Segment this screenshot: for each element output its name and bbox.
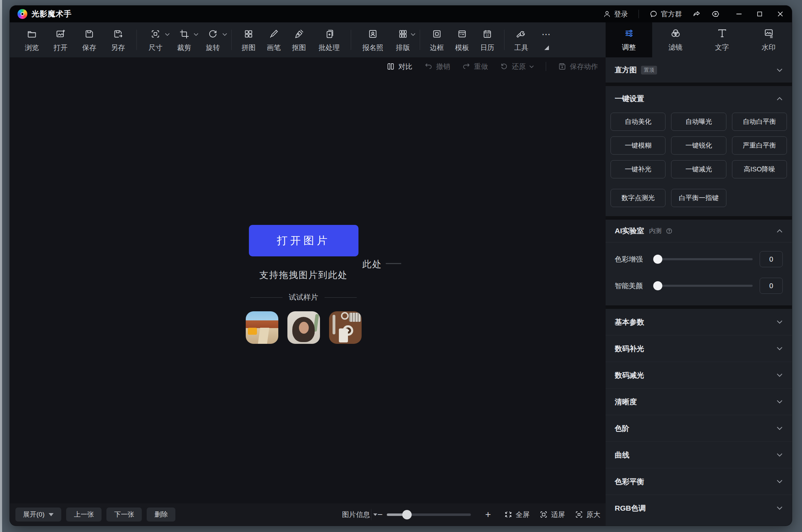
layout-button[interactable]: 排版 [392, 27, 414, 52]
help-circle-icon[interactable] [666, 228, 672, 234]
id-photo-button[interactable]: 报名照 [357, 27, 389, 52]
chevron-up-icon[interactable] [776, 229, 783, 233]
slider-knob[interactable] [653, 281, 662, 290]
dropdown-triangle-icon [373, 513, 377, 516]
section-rgb-tone[interactable]: RGB色调 [606, 495, 792, 521]
border-button[interactable]: 边框 [426, 27, 448, 52]
open-image-button[interactable]: 打开图片 [249, 225, 358, 256]
white-balance-one-key-button[interactable]: 白平衡一指键 [671, 189, 726, 207]
expand-filmstrip-button[interactable]: 展开(0) [15, 508, 61, 522]
tab-adjust[interactable]: 调整 [606, 22, 652, 57]
one-click-blur-button[interactable]: 一键模糊 [611, 136, 665, 155]
share-icon[interactable] [692, 10, 701, 18]
section-clarity[interactable]: 清晰度 [606, 388, 792, 415]
chevron-down-icon[interactable] [194, 33, 198, 36]
restore-button[interactable]: 还原 [500, 62, 534, 71]
brush-label: 画笔 [267, 43, 281, 52]
chevron-down-icon[interactable] [222, 33, 227, 36]
brush-button[interactable]: 画笔 [263, 27, 285, 52]
sample-divider-line [250, 297, 283, 298]
auto-white-balance-button[interactable]: 自动白平衡 [732, 113, 787, 131]
chevron-up-icon[interactable] [776, 97, 783, 101]
section-color-balance[interactable]: 色彩平衡 [606, 468, 792, 495]
zoom-out-button[interactable]: − [377, 503, 383, 526]
compare-button[interactable]: 对比 [386, 62, 412, 71]
delete-image-button[interactable]: 删除 [147, 508, 175, 522]
official-group-button[interactable]: 官方群 [649, 9, 682, 19]
chevron-down-icon[interactable] [165, 33, 170, 36]
one-click-sharpen-button[interactable]: 一键锐化 [671, 136, 726, 155]
color-enhance-value[interactable]: 0 [760, 251, 783, 267]
sample-thumb-portrait[interactable] [287, 311, 320, 344]
image-info-button[interactable]: 图片信息 [342, 503, 378, 526]
template-button[interactable]: 模板 [451, 27, 473, 52]
collage-button[interactable]: 拼图 [237, 27, 260, 52]
tab-filter[interactable]: 滤镜 [652, 22, 699, 57]
sample-thumb-desk[interactable] [329, 311, 362, 344]
resize-button[interactable]: 尺寸 [142, 27, 168, 52]
sample-thumb-canyon[interactable] [246, 311, 278, 344]
close-button[interactable] [776, 10, 784, 18]
sliders-icon [624, 28, 634, 38]
tab-watermark[interactable]: 水印 [745, 22, 792, 57]
slider-knob[interactable] [653, 255, 662, 264]
auto-beautify-button[interactable]: 自动美化 [611, 113, 665, 131]
section-curves[interactable]: 曲线 [606, 441, 792, 468]
frame-icon [432, 29, 442, 39]
more-tools-button[interactable]: ⋯ [535, 27, 558, 50]
severe-white-balance-button[interactable]: 严重白平衡 [732, 136, 787, 155]
one-click-section-header[interactable]: 一键设置 [606, 86, 792, 111]
section-digital-dim-light[interactable]: 数码减光 [606, 362, 792, 388]
compare-icon [386, 62, 395, 71]
high-iso-denoise-button[interactable]: 高ISO降噪 [732, 160, 787, 178]
browse-button[interactable]: 浏览 [19, 27, 45, 52]
undo-button[interactable]: 撤销 [424, 62, 450, 71]
save-button[interactable]: 保存 [76, 27, 102, 52]
zoom-slider[interactable] [387, 513, 471, 516]
batch-button[interactable]: 批处理 [313, 27, 345, 52]
histogram-section-header[interactable]: 直方图 置顶 [606, 57, 792, 83]
one-click-fill-light-button[interactable]: 一键补光 [611, 160, 665, 178]
chevron-down-icon[interactable] [776, 68, 783, 72]
tab-text[interactable]: 文字 [699, 22, 745, 57]
undo-label: 撤销 [436, 62, 450, 71]
chevron-down-icon [776, 400, 783, 404]
save-action-button[interactable]: 保存动作 [558, 62, 598, 71]
smart-beauty-value[interactable]: 0 [760, 278, 783, 294]
next-image-button[interactable]: 下一张 [106, 508, 142, 522]
fit-screen-button[interactable]: 适屏 [539, 510, 565, 519]
section-basic-params[interactable]: 基本参数 [606, 309, 792, 335]
fullscreen-button[interactable]: 全屏 [504, 510, 530, 519]
minimize-button[interactable] [735, 10, 743, 18]
color-enhance-slider[interactable] [653, 258, 753, 260]
original-size-button[interactable]: 原大 [575, 510, 600, 519]
smart-beauty-slider[interactable] [653, 285, 753, 287]
section-levels[interactable]: 色阶 [606, 415, 792, 441]
ai-lab-section-header[interactable]: AI实验室 内测 [606, 220, 792, 242]
prev-image-button[interactable]: 上一张 [66, 508, 102, 522]
settings-icon[interactable] [711, 10, 720, 18]
restore-icon [500, 62, 508, 71]
chevron-down-icon[interactable] [411, 33, 416, 36]
crop-button[interactable]: 裁剪 [171, 27, 197, 52]
cutout-button[interactable]: 抠图 [288, 27, 310, 52]
save-as-button[interactable]: 另存 [105, 27, 131, 52]
tools-button[interactable]: 工具 [510, 27, 532, 52]
main-toolbar: 浏览 打开 保存 另存 尺寸 [10, 22, 606, 57]
one-click-dim-light-button[interactable]: 一键减光 [671, 160, 726, 178]
redo-button[interactable]: 重做 [462, 62, 488, 71]
toolbar-separator [420, 30, 420, 50]
auto-exposure-button[interactable]: 自动曝光 [671, 113, 726, 131]
zoom-in-button[interactable]: + [485, 503, 491, 526]
rotate-button[interactable]: 旋转 [200, 27, 226, 52]
open-button[interactable]: 打开 [48, 27, 74, 52]
calendar-button[interactable]: 12 日历 [476, 27, 498, 52]
login-button[interactable]: 登录 [603, 9, 628, 19]
save-as-icon [113, 29, 123, 39]
id-photo-label: 报名照 [362, 43, 383, 52]
section-digital-fill-light[interactable]: 数码补光 [606, 335, 792, 362]
zoom-slider-knob[interactable] [402, 510, 412, 519]
digital-spot-metering-button[interactable]: 数字点测光 [611, 189, 665, 207]
maximize-button[interactable] [756, 10, 763, 17]
tab-filter-label: 滤镜 [669, 43, 683, 52]
